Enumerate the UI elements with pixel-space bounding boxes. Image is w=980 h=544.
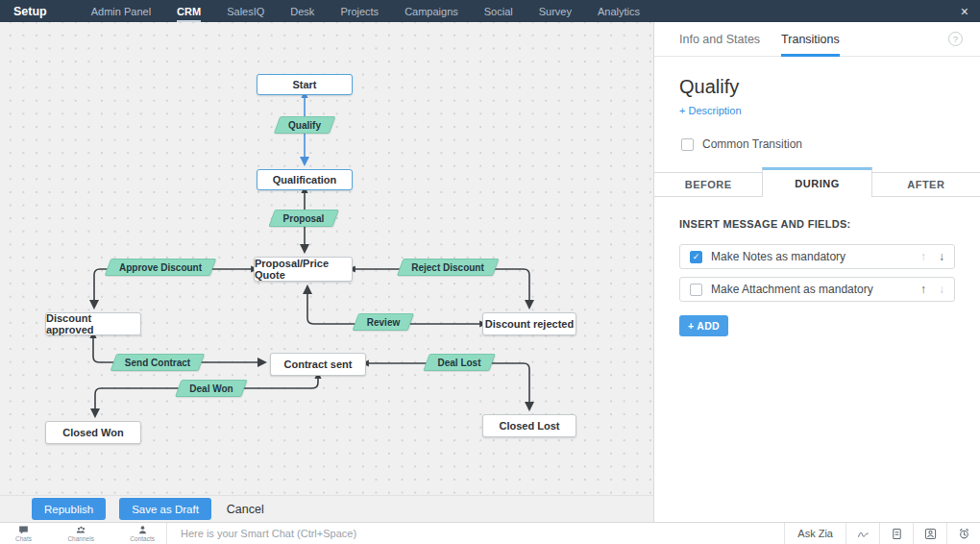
tab-transitions[interactable]: Transitions xyxy=(781,22,840,56)
state-qualification[interactable]: Qualification xyxy=(257,169,353,190)
top-nav: Setup Admin PanelCRMSalesIQDeskProjectsC… xyxy=(0,0,980,22)
smart-chat-bar: ChatsChannelsContacts Ask Zia xyxy=(0,522,980,544)
nav-item-analytics[interactable]: Analytics xyxy=(598,0,640,22)
transition-label: Reject Discount xyxy=(411,262,484,273)
transition-label: Send Contract xyxy=(125,358,190,368)
action-bar: Republish Save as Draft Cancel xyxy=(0,495,653,522)
transition-label: Review xyxy=(367,317,400,328)
move-up-icon[interactable]: ↑ xyxy=(920,283,926,296)
contacts-icon xyxy=(137,525,148,535)
nav-item-campaigns[interactable]: Campaigns xyxy=(404,0,458,22)
phase-tab-before[interactable]: BEFORE xyxy=(654,172,762,197)
profile-icon[interactable] xyxy=(913,523,946,544)
state-closed-won[interactable]: Closed Won xyxy=(45,421,141,444)
transition-panel: Info and StatesTransitions? Qualify + De… xyxy=(653,22,980,522)
common-transition-row: Common Transition xyxy=(681,137,980,151)
panel-tabs: Info and StatesTransitions? xyxy=(654,22,980,57)
checkbox-make-attachment-as-mandatory[interactable] xyxy=(690,284,702,296)
nav-item-crm[interactable]: CRM xyxy=(177,0,201,22)
transition-send-contract[interactable]: Send Contract xyxy=(113,354,202,371)
chat-tool-contacts[interactable]: Contacts xyxy=(130,525,155,542)
nav-item-survey[interactable]: Survey xyxy=(539,0,572,22)
transition-reject-discount[interactable]: Reject Discount xyxy=(400,259,496,276)
state-contract-sent[interactable]: Contract sent xyxy=(270,353,366,376)
cancel-button[interactable]: Cancel xyxy=(227,503,264,516)
mandatory-rows: ✓Make Notes as mandatory↑↓Make Attachmen… xyxy=(679,244,955,302)
add-button[interactable]: + ADD xyxy=(679,315,728,336)
chat-tool-label: Contacts xyxy=(130,535,155,542)
alarm-icon[interactable] xyxy=(946,523,980,544)
common-transition-checkbox[interactable] xyxy=(681,138,694,151)
transition-review[interactable]: Review xyxy=(355,313,411,331)
blueprint-canvas[interactable]: StartQualificationProposal/Price QuoteDi… xyxy=(0,22,653,495)
smart-chat-input[interactable] xyxy=(181,528,784,539)
common-transition-label: Common Transition xyxy=(702,137,802,151)
channels-icon xyxy=(76,525,86,535)
move-up-icon[interactable]: ↑ xyxy=(920,250,926,263)
transition-qualify[interactable]: Qualify xyxy=(277,116,332,134)
phase-tab-during[interactable]: DURING xyxy=(762,167,871,197)
state-proposal-price-quote[interactable]: Proposal/Price Quote xyxy=(254,257,353,282)
move-down-icon[interactable]: ↓ xyxy=(939,250,944,263)
tab-info-and-states[interactable]: Info and States xyxy=(679,22,760,56)
field-row-label: Make Attachment as mandatory xyxy=(711,283,873,296)
transition-label: Qualify xyxy=(288,120,321,131)
transition-title: Qualify xyxy=(679,76,980,98)
close-icon[interactable]: × xyxy=(961,5,968,18)
nav-item-projects[interactable]: Projects xyxy=(340,0,379,22)
add-description-link[interactable]: + Description xyxy=(679,105,742,116)
state-closed-lost[interactable]: Closed Lost xyxy=(482,414,576,437)
nav-item-social[interactable]: Social xyxy=(484,0,513,22)
document-icon[interactable] xyxy=(879,523,913,544)
state-start[interactable]: Start xyxy=(257,74,353,95)
transition-label: Proposal xyxy=(283,213,325,224)
field-row-make-notes-as-mandatory: ✓Make Notes as mandatory↑↓ xyxy=(679,244,955,269)
transition-deal-won[interactable]: Deal Won xyxy=(178,380,244,397)
chat-tool-label: Chats xyxy=(15,535,32,542)
insert-message-header: INSERT MESSAGE AND FIELDS: xyxy=(679,218,980,230)
chat-tool-channels[interactable]: Channels xyxy=(67,525,93,542)
republish-button[interactable]: Republish xyxy=(32,498,106,520)
state-discount-rejected[interactable]: Discount rejected xyxy=(482,312,576,335)
chat-tools: ChatsChannelsContacts xyxy=(0,523,166,544)
ask-zia-button[interactable]: Ask Zia xyxy=(784,523,845,544)
checkbox-make-notes-as-mandatory[interactable]: ✓ xyxy=(690,251,702,263)
row-arrows: ↑↓ xyxy=(920,283,944,296)
chat-tool-label: Channels xyxy=(67,535,93,542)
zia-icon[interactable] xyxy=(845,523,879,544)
chat-input-wrap xyxy=(166,523,784,544)
transition-proposal[interactable]: Proposal xyxy=(272,210,336,227)
setup-brand: Setup xyxy=(13,5,47,18)
chat-icon xyxy=(18,525,29,535)
nav-item-admin-panel[interactable]: Admin Panel xyxy=(91,0,151,22)
transition-label: Deal Lost xyxy=(437,358,480,368)
transition-label: Approve Discount xyxy=(119,262,202,273)
state-discount-approved[interactable]: Discount approved xyxy=(45,312,141,335)
help-icon[interactable]: ? xyxy=(948,32,963,46)
row-arrows: ↑↓ xyxy=(920,250,944,263)
move-down-icon[interactable]: ↓ xyxy=(939,283,944,296)
chat-right-tools: Ask Zia xyxy=(784,523,980,544)
transition-deal-lost[interactable]: Deal Lost xyxy=(426,354,492,371)
phase-tab-after[interactable]: AFTER xyxy=(872,172,980,197)
nav-items: Admin PanelCRMSalesIQDeskProjectsCampaig… xyxy=(91,0,640,22)
nav-item-salesiq[interactable]: SalesIQ xyxy=(227,0,264,22)
save-as-draft-button[interactable]: Save as Draft xyxy=(119,498,211,520)
phase-tabs: BEFOREDURINGAFTER xyxy=(654,167,980,197)
transition-label: Deal Won xyxy=(189,383,233,394)
transition-approve-discount[interactable]: Approve Discount xyxy=(108,259,213,276)
field-row-make-attachment-as-mandatory: Make Attachment as mandatory↑↓ xyxy=(679,277,955,302)
nav-item-desk[interactable]: Desk xyxy=(290,0,314,22)
chat-tool-chats[interactable]: Chats xyxy=(15,525,32,542)
field-row-label: Make Notes as mandatory xyxy=(711,250,845,263)
